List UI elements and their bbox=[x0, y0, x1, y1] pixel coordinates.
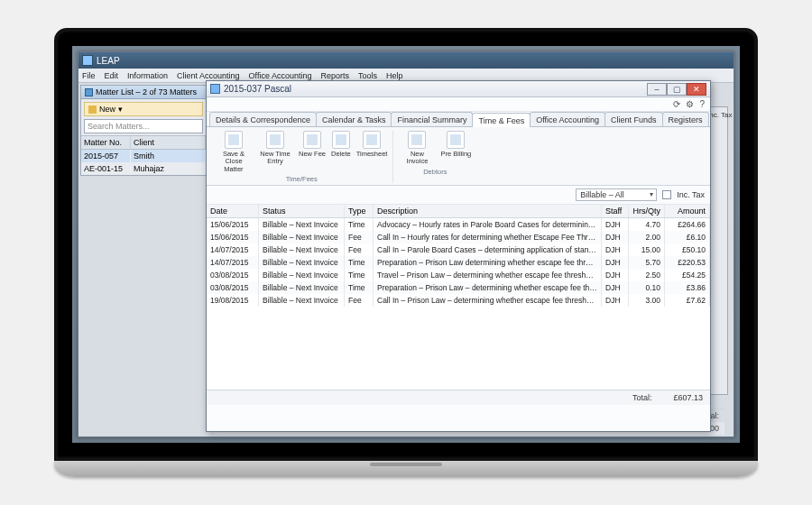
matter-list-header: Matter List – 2 of 73 Matters bbox=[81, 86, 206, 99]
billing-icon bbox=[447, 131, 465, 149]
timesheet-icon bbox=[363, 131, 381, 149]
tab-registers[interactable]: Registers bbox=[662, 112, 709, 126]
clock-icon bbox=[266, 131, 284, 149]
grid-row[interactable]: 15/06/2015Billable – Next InvoiceFeeCall… bbox=[207, 231, 710, 243]
minimize-button[interactable]: – bbox=[647, 83, 667, 96]
menu-tools[interactable]: Tools bbox=[358, 71, 377, 80]
app-title: LEAP bbox=[97, 56, 120, 66]
tab-time-fees[interactable]: Time & Fees bbox=[472, 113, 531, 127]
refresh-icon[interactable]: ⟳ bbox=[673, 99, 680, 109]
dialog-sys-icons: ⟳ ⚙ ? bbox=[207, 97, 710, 112]
col-date[interactable]: Date bbox=[207, 205, 259, 217]
grid-row[interactable]: 15/06/2015Billable – Next InvoiceTimeAdv… bbox=[207, 218, 710, 231]
fee-icon bbox=[303, 131, 321, 149]
tab-financial[interactable]: Financial Summary bbox=[391, 112, 473, 126]
laptop-frame: LEAP File Edit Information Client Accoun… bbox=[54, 28, 758, 477]
timesheet-button[interactable]: Timesheet bbox=[356, 131, 388, 173]
grid-row[interactable]: 14/07/2015Billable – Next InvoiceTimePre… bbox=[207, 256, 710, 269]
menu-help[interactable]: Help bbox=[386, 71, 403, 80]
new-time-entry-button[interactable]: New Time Entry bbox=[257, 131, 293, 173]
grid-row[interactable]: 14/07/2015Billable – Next InvoiceFeeCall… bbox=[207, 243, 710, 256]
dialog-titlebar[interactable]: 2015-037 Pascal – ▢ ✕ bbox=[207, 81, 710, 97]
laptop-base bbox=[54, 461, 758, 477]
delete-icon bbox=[332, 131, 350, 149]
total-amount: £607.13 bbox=[673, 393, 703, 402]
menu-edit[interactable]: Edit bbox=[105, 71, 119, 80]
save-icon bbox=[225, 131, 243, 149]
dialog-tabs: Details & Correspondence Calendar & Task… bbox=[207, 112, 710, 127]
col-status[interactable]: Status bbox=[259, 205, 345, 217]
matter-list-columns: Matter No. Client bbox=[81, 135, 206, 150]
matter-icon bbox=[210, 84, 220, 94]
inc-tax-checkbox[interactable] bbox=[662, 190, 671, 199]
dialog-title-text: 2015-037 Pascal bbox=[224, 84, 291, 94]
filter-row: Billable – All Inc. Tax bbox=[207, 186, 710, 205]
close-button[interactable]: ✕ bbox=[687, 83, 706, 96]
grid-row[interactable]: 03/08/2015Billable – Next InvoiceTimePre… bbox=[207, 281, 710, 294]
settings-icon[interactable]: ⚙ bbox=[686, 99, 694, 109]
inc-tax-label: Inc. Tax bbox=[677, 190, 705, 199]
col-description[interactable]: Description bbox=[374, 205, 602, 217]
grid-body: 15/06/2015Billable – Next InvoiceTimeAdv… bbox=[207, 218, 710, 390]
app-icon bbox=[82, 55, 93, 66]
grid-total-row: Total: £607.13 bbox=[207, 390, 710, 405]
col-type[interactable]: Type bbox=[345, 205, 374, 217]
new-matter-button[interactable]: New ▾ bbox=[84, 102, 203, 116]
ribbon-group-time-fees: Save & Close Matter New Time Entry New F… bbox=[210, 131, 393, 183]
menu-information[interactable]: Information bbox=[127, 71, 168, 80]
matter-list-title: Matter List – 2 of 73 Matters bbox=[96, 87, 197, 96]
col-hrs[interactable]: Hrs/Qty bbox=[629, 205, 665, 217]
tab-office-accounting[interactable]: Office Accounting bbox=[530, 112, 605, 126]
invoice-icon bbox=[408, 131, 426, 149]
pre-billing-button[interactable]: Pre Billing bbox=[440, 131, 471, 166]
save-close-button[interactable]: Save & Close Matter bbox=[216, 131, 252, 173]
maximize-button[interactable]: ▢ bbox=[667, 83, 687, 96]
billable-filter-dropdown[interactable]: Billable – All bbox=[576, 188, 657, 201]
matter-dialog: 2015-037 Pascal – ▢ ✕ ⟳ ⚙ ? Details & Co… bbox=[206, 80, 711, 432]
list-icon bbox=[85, 88, 93, 96]
col-amount[interactable]: Amount bbox=[665, 205, 710, 217]
delete-button[interactable]: Delete bbox=[331, 131, 351, 173]
grid-row[interactable]: 03/08/2015Billable – Next InvoiceTimeTra… bbox=[207, 269, 710, 281]
menu-office-accounting[interactable]: Office Accounting bbox=[249, 71, 312, 80]
main-titlebar[interactable]: LEAP bbox=[78, 52, 734, 69]
col-client[interactable]: Client bbox=[131, 136, 206, 149]
grid-header: Date Status Type Description Staff Hrs/Q… bbox=[207, 205, 710, 218]
search-matters-input[interactable]: Search Matters... bbox=[84, 119, 203, 133]
matter-row[interactable]: AE-001-15 Muhajaz bbox=[81, 162, 206, 175]
tab-client-funds[interactable]: Client Funds bbox=[604, 112, 663, 126]
col-matter-no[interactable]: Matter No. bbox=[81, 136, 131, 149]
new-label: New ▾ bbox=[99, 105, 123, 114]
new-invoice-button[interactable]: New Invoice bbox=[399, 131, 435, 166]
menu-client-accounting[interactable]: Client Accounting bbox=[177, 71, 240, 80]
ribbon: Save & Close Matter New Time Entry New F… bbox=[207, 127, 710, 186]
menu-file[interactable]: File bbox=[82, 71, 96, 80]
matter-list-panel: Matter List – 2 of 73 Matters New ▾ Sear… bbox=[80, 85, 207, 176]
folder-icon bbox=[88, 106, 97, 114]
matter-row[interactable]: 2015-057 Smith bbox=[81, 150, 206, 162]
tab-calendar[interactable]: Calendar & Tasks bbox=[316, 112, 392, 126]
grid-row[interactable]: 19/08/2015Billable – Next InvoiceFeeCall… bbox=[207, 294, 710, 307]
help-icon[interactable]: ? bbox=[699, 99, 705, 109]
laptop-screen: LEAP File Edit Information Client Accoun… bbox=[54, 28, 758, 461]
col-staff[interactable]: Staff bbox=[602, 205, 629, 217]
desktop: LEAP File Edit Information Client Accoun… bbox=[72, 46, 740, 443]
total-label: Total: bbox=[632, 393, 652, 402]
ribbon-group-debtors: New Invoice Pre Billing Debtors bbox=[393, 131, 476, 183]
menu-reports[interactable]: Reports bbox=[321, 71, 350, 80]
tab-details[interactable]: Details & Correspondence bbox=[209, 112, 317, 126]
new-fee-button[interactable]: New Fee bbox=[299, 131, 326, 173]
